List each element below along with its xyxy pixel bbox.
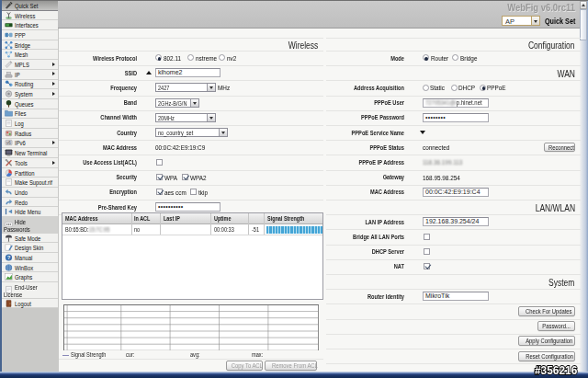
svg-text:v6: v6 [6,141,11,145]
svg-text:?: ? [7,255,11,260]
